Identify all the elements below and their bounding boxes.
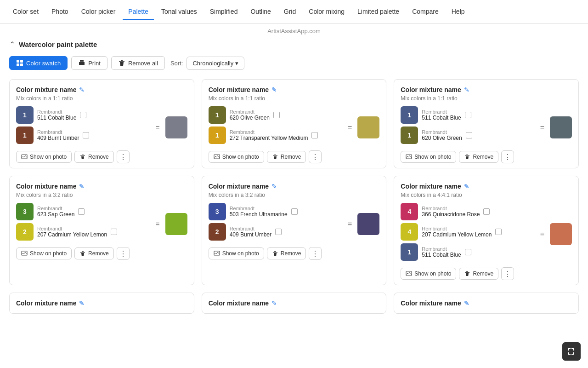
- nav-item-color-mixing[interactable]: Color mixing: [303, 4, 350, 20]
- nav-item-photo[interactable]: Photo: [46, 4, 74, 20]
- svg-rect-3: [20, 63, 23, 66]
- show-on-photo-button-2[interactable]: Show on photo: [401, 151, 456, 163]
- nav-item-palette[interactable]: Palette: [123, 4, 154, 20]
- color-card-1: Color mixture name ✎ Mix colors in a 1:1…: [202, 79, 387, 168]
- bottom-card-title-row-2: Color mixture name ✎: [401, 299, 572, 307]
- nav-item-compare[interactable]: Compare: [407, 4, 444, 20]
- color-rows-5: 4 Rembrandt 366 Quinacridone Rose 4 Remb…: [401, 203, 534, 261]
- color-checkbox-2-0[interactable]: [465, 112, 471, 118]
- show-on-photo-button-4[interactable]: Show on photo: [209, 247, 264, 259]
- edit-icon-2[interactable]: ✎: [464, 86, 469, 93]
- color-checkbox-3-1[interactable]: [111, 229, 117, 235]
- nav-item-simplified[interactable]: Simplified: [204, 4, 243, 20]
- equals-sign-4: =: [348, 220, 352, 228]
- bottom-card-1: Color mixture name ✎: [202, 293, 387, 314]
- more-options-button-4[interactable]: ⋮: [309, 247, 322, 260]
- color-card-3: Color mixture name ✎ Mix colors in a 3:2…: [9, 176, 194, 285]
- trash-icon: [118, 59, 125, 67]
- color-row-0-0: 1 Rembrandt 511 Cobalt Blue: [16, 106, 150, 124]
- color-checkbox-4-1[interactable]: [275, 229, 282, 235]
- remove-button-5[interactable]: Remove: [459, 268, 498, 280]
- bottom-card-title-row-0: Color mixture name ✎: [16, 299, 187, 307]
- color-checkbox-5-2[interactable]: [465, 249, 471, 255]
- card-title-row-5: Color mixture name ✎: [401, 183, 572, 190]
- result-chip-1: [357, 116, 379, 138]
- color-row-5-1: 4 Rembrandt 207 Cadmium Yellow Lemon: [401, 223, 534, 241]
- color-checkbox-0-0[interactable]: [80, 112, 86, 118]
- more-options-button-1[interactable]: ⋮: [309, 150, 322, 163]
- edit-icon-1[interactable]: ✎: [271, 86, 277, 93]
- color-info-5-2: Rembrandt 511 Cobalt Blue: [422, 246, 461, 258]
- color-checkbox-4-0[interactable]: [291, 208, 298, 215]
- more-options-button-3[interactable]: ⋮: [117, 247, 130, 260]
- more-options-button-5[interactable]: ⋮: [501, 267, 514, 280]
- remove-button-3[interactable]: Remove: [74, 247, 114, 259]
- bottom-edit-icon-0[interactable]: ✎: [79, 299, 85, 307]
- show-on-photo-button-5[interactable]: Show on photo: [401, 268, 456, 280]
- color-name-2-0: 511 Cobalt Blue: [422, 115, 461, 121]
- equals-sign-0: =: [155, 123, 159, 132]
- color-checkbox-5-1[interactable]: [495, 229, 502, 235]
- card-subtitle-0: Mix colors in a 1:1 ratio: [16, 95, 187, 102]
- card-title-1: Color mixture name: [209, 86, 269, 93]
- print-button[interactable]: Print: [71, 56, 107, 70]
- color-checkbox-1-1[interactable]: [311, 132, 318, 138]
- color-chip-5-2: 1: [401, 243, 418, 261]
- nav-item-color-set[interactable]: Color set: [7, 4, 44, 20]
- card-subtitle-5: Mix colors in a 4:4:1 ratio: [401, 192, 572, 198]
- color-chip-1-1: 1: [209, 126, 226, 144]
- image-icon-0: [21, 154, 28, 160]
- bottom-card-title-2: Color mixture name: [401, 299, 461, 307]
- sort-dropdown[interactable]: Chronologically ▾: [187, 57, 244, 70]
- color-info-4-0: Rembrandt 503 French Ultramarine: [230, 206, 288, 218]
- color-row-5-0: 4 Rembrandt 366 Quinacridone Rose: [401, 203, 534, 220]
- color-name-0-0: 511 Cobalt Blue: [37, 115, 76, 121]
- nav-item-tonal-values[interactable]: Tonal values: [156, 4, 203, 20]
- color-info-3-1: Rembrandt 207 Cadmium Yellow Lemon: [37, 226, 107, 238]
- card-actions-4: Show on photo Remove ⋮: [209, 247, 380, 260]
- edit-icon-3[interactable]: ✎: [79, 183, 85, 190]
- bottom-edit-icon-2[interactable]: ✎: [464, 299, 469, 307]
- chevron-icon[interactable]: ⌃: [9, 40, 15, 49]
- print-label: Print: [88, 60, 101, 67]
- edit-icon-4[interactable]: ✎: [271, 183, 277, 190]
- remove-button-2[interactable]: Remove: [459, 151, 498, 163]
- remove-button-4[interactable]: Remove: [267, 247, 306, 259]
- nav-item-grid[interactable]: Grid: [278, 4, 301, 20]
- color-brand-3-1: Rembrandt: [37, 226, 107, 231]
- more-options-button-0[interactable]: ⋮: [117, 150, 130, 163]
- nav-item-outline[interactable]: Outline: [245, 4, 276, 20]
- color-brand-4-0: Rembrandt: [230, 206, 288, 211]
- color-checkbox-0-1[interactable]: [83, 132, 89, 138]
- remove-button-1[interactable]: Remove: [267, 151, 306, 163]
- bottom-cards: Color mixture name ✎ Color mixture name …: [0, 289, 588, 317]
- color-brand-0-1: Rembrandt: [37, 129, 79, 135]
- color-card-2: Color mixture name ✎ Mix colors in a 1:1…: [394, 79, 579, 168]
- color-name-5-2: 511 Cobalt Blue: [422, 252, 461, 258]
- show-on-photo-button-1[interactable]: Show on photo: [209, 151, 264, 163]
- edit-icon-0[interactable]: ✎: [79, 86, 85, 93]
- bottom-edit-icon-1[interactable]: ✎: [271, 299, 277, 307]
- color-swatch-button[interactable]: Color swatch: [9, 56, 68, 70]
- color-checkbox-3-0[interactable]: [78, 208, 85, 215]
- color-checkbox-2-1[interactable]: [466, 132, 472, 138]
- color-checkbox-1-0[interactable]: [273, 112, 280, 118]
- card-title-row-4: Color mixture name ✎: [209, 183, 380, 190]
- show-on-photo-button-0[interactable]: Show on photo: [16, 151, 72, 163]
- color-chip-1-0: 1: [209, 106, 226, 124]
- color-name-0-1: 409 Burnt Umber: [37, 135, 79, 141]
- nav-item-color-picker[interactable]: Color picker: [76, 4, 121, 20]
- edit-icon-5[interactable]: ✎: [464, 183, 469, 190]
- color-checkbox-5-0[interactable]: [483, 208, 490, 215]
- nav-item-help[interactable]: Help: [446, 4, 470, 20]
- trash-icon-5: [464, 270, 470, 277]
- remove-all-button[interactable]: Remove all: [111, 56, 165, 70]
- nav-item-limited-palette[interactable]: Limited palette: [352, 4, 405, 20]
- cards-grid: Color mixture name ✎ Mix colors in a 1:1…: [0, 75, 588, 289]
- show-on-photo-button-3[interactable]: Show on photo: [16, 247, 72, 259]
- color-brand-5-2: Rembrandt: [422, 246, 461, 252]
- sort-label: Sort:: [170, 60, 183, 67]
- more-options-button-2[interactable]: ⋮: [501, 150, 514, 163]
- color-name-1-0: 620 Olive Green: [230, 115, 270, 121]
- remove-button-0[interactable]: Remove: [74, 151, 114, 163]
